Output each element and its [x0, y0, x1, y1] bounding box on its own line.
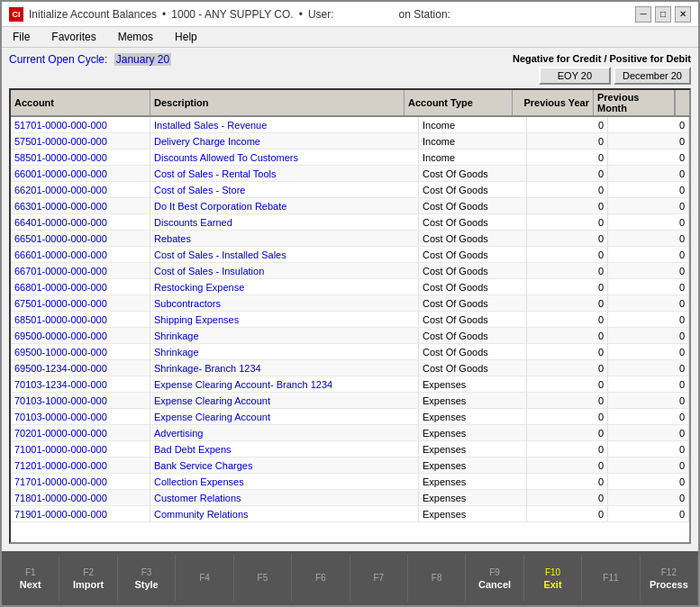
fn-number: F9 [489, 567, 500, 577]
cell-account: 68501-0000-000-000 [11, 312, 150, 327]
top-info: Current Open Cycle: January 20 Negative … [9, 53, 691, 85]
fn-key-f1[interactable]: F1Next [2, 555, 59, 602]
cell-type: Expenses [419, 474, 527, 489]
table-row[interactable]: 70103-1000-000-000Expense Clearing Accou… [11, 393, 689, 409]
cell-prev-month: 0 [608, 458, 689, 473]
cell-account: 51701-0000-000-000 [11, 117, 150, 132]
cell-prev-year: 0 [527, 360, 608, 376]
cell-account: 71901-0000-000-000 [11, 506, 150, 521]
fn-number: F7 [373, 573, 384, 583]
table-row[interactable]: 69500-1000-000-000ShrinkageCost Of Goods… [11, 344, 689, 360]
menu-file[interactable]: File [9, 29, 33, 45]
fn-key-f12[interactable]: F12Process [641, 555, 698, 602]
fn-key-f8[interactable]: F8 [408, 555, 466, 602]
table-row[interactable]: 71001-0000-000-000Bad Debt ExpensExpense… [11, 441, 689, 458]
cell-description: Shrinkage [150, 344, 419, 359]
cell-description: Bad Debt Expens [150, 441, 419, 457]
cell-prev-year: 0 [527, 312, 608, 327]
cell-prev-year: 0 [527, 133, 608, 149]
cell-prev-year: 0 [527, 198, 608, 213]
table-row[interactable]: 58501-0000-000-000Discounts Allowed To C… [11, 149, 689, 166]
fn-key-f10[interactable]: F10Exit [524, 555, 582, 602]
cell-description: Advertising [150, 425, 419, 440]
table-row[interactable]: 67501-0000-000-000SubcontractorsCost Of … [11, 295, 689, 312]
cell-prev-month: 0 [608, 133, 689, 149]
table-row[interactable]: 66301-0000-000-000Do It Best Corporation… [11, 198, 689, 214]
title-bar: CI Initialize Account Balances • 1000 - … [2, 2, 698, 27]
table-row[interactable]: 69500-1234-000-000Shrinkage- Branch 1234… [11, 360, 689, 376]
table-row[interactable]: 51701-0000-000-000Installed Sales - Reve… [11, 117, 689, 133]
fn-key-f3[interactable]: F3Style [118, 555, 176, 602]
fn-key-f2[interactable]: F2Import [59, 555, 117, 602]
cell-type: Expenses [419, 490, 527, 505]
december-button[interactable]: December 20 [614, 67, 691, 85]
table-row[interactable]: 71901-0000-000-000Community RelationsExp… [11, 506, 689, 522]
cell-prev-year: 0 [527, 506, 608, 521]
cell-description: Cost of Sales - Insulation [150, 263, 419, 278]
cell-type: Cost Of Goods [419, 231, 527, 246]
table-row[interactable]: 69500-0000-000-000ShrinkageCost Of Goods… [11, 328, 689, 344]
table-row[interactable]: 66801-0000-000-000Restocking ExpenseCost… [11, 279, 689, 295]
table-row[interactable]: 71201-0000-000-000Bank Service ChargesEx… [11, 458, 689, 474]
cell-prev-month: 0 [608, 409, 689, 424]
cell-account: 69500-1234-000-000 [11, 360, 150, 376]
negative-label: Negative for Credit / Positive for Debit [513, 53, 691, 64]
table-row[interactable]: 68501-0000-000-000Shipping ExpensesCost … [11, 312, 689, 328]
col-prev-month: Previous Month [594, 90, 675, 115]
table-row[interactable]: 66201-0000-000-000Cost of Sales - StoreC… [11, 182, 689, 198]
cell-account: 71001-0000-000-000 [11, 441, 150, 457]
table-row[interactable]: 66501-0000-000-000RebatesCost Of Goods00 [11, 231, 689, 247]
cell-account: 71201-0000-000-000 [11, 458, 150, 473]
cell-prev-year: 0 [527, 474, 608, 489]
cell-prev-year: 0 [527, 166, 608, 181]
fn-key-f7[interactable]: F7 [350, 555, 408, 602]
table-row[interactable]: 70103-0000-000-000Expense Clearing Accou… [11, 409, 689, 425]
table-row[interactable]: 70201-0000-000-000AdvertisingExpenses00 [11, 425, 689, 441]
cell-type: Cost Of Goods [419, 214, 527, 230]
fn-number: F1 [25, 567, 36, 577]
cell-prev-year: 0 [527, 295, 608, 311]
menu-memos[interactable]: Memos [114, 29, 157, 45]
fn-key-f6[interactable]: F6 [292, 555, 350, 602]
eoy-button[interactable]: EOY 20 [539, 67, 611, 85]
menu-favorites[interactable]: Favorites [48, 29, 99, 45]
close-button[interactable]: ✕ [675, 6, 691, 23]
fn-key-f5[interactable]: F5 [234, 555, 292, 602]
station-label: on Station: [399, 8, 450, 21]
table-row[interactable]: 57501-0000-000-000Delivery Charge Income… [11, 133, 689, 149]
table-body[interactable]: 51701-0000-000-000Installed Sales - Reve… [11, 117, 689, 542]
fn-key-f9[interactable]: F9Cancel [466, 555, 523, 602]
cell-account: 69500-1000-000-000 [11, 344, 150, 359]
table-row[interactable]: 70103-1234-000-000Expense Clearing Accou… [11, 376, 689, 393]
cell-description: Do It Best Corporation Rebate [150, 198, 419, 213]
table-row[interactable]: 71701-0000-000-000Collection ExpensesExp… [11, 474, 689, 490]
menu-help[interactable]: Help [171, 29, 201, 45]
cell-account: 67501-0000-000-000 [11, 295, 150, 311]
cell-description: Discounts Allowed To Customers [150, 149, 419, 165]
maximize-button[interactable]: □ [655, 6, 671, 23]
fn-label: Import [73, 579, 104, 590]
cell-prev-year: 0 [527, 425, 608, 440]
cell-description: Restocking Expense [150, 279, 419, 294]
table-row[interactable]: 71801-0000-000-000Customer RelationsExpe… [11, 490, 689, 506]
cell-prev-month: 0 [608, 506, 689, 521]
cell-type: Expenses [419, 393, 527, 408]
cell-prev-year: 0 [527, 393, 608, 408]
table-row[interactable]: 66701-0000-000-000Cost of Sales - Insula… [11, 263, 689, 279]
cell-prev-month: 0 [608, 117, 689, 132]
table-row[interactable]: 66601-0000-000-000Cost of Sales - Instal… [11, 247, 689, 263]
cell-prev-year: 0 [527, 279, 608, 294]
content-area: Current Open Cycle: January 20 Negative … [2, 48, 698, 549]
fn-key-f11[interactable]: F11 [582, 555, 640, 602]
open-cycle: Current Open Cycle: January 20 [9, 53, 171, 66]
table-row[interactable]: 66401-0000-000-000Discounts EarnedCost O… [11, 214, 689, 231]
cell-type: Cost Of Goods [419, 344, 527, 359]
fn-number: F4 [199, 573, 210, 583]
cell-type: Cost Of Goods [419, 328, 527, 343]
minimize-button[interactable]: ─ [635, 6, 651, 23]
cell-description: Shipping Expenses [150, 312, 419, 327]
table-row[interactable]: 66001-0000-000-000Cost of Sales - Rental… [11, 166, 689, 182]
fn-key-f4[interactable]: F4 [176, 555, 233, 602]
cell-account: 69500-0000-000-000 [11, 328, 150, 343]
cell-account: 58501-0000-000-000 [11, 149, 150, 165]
